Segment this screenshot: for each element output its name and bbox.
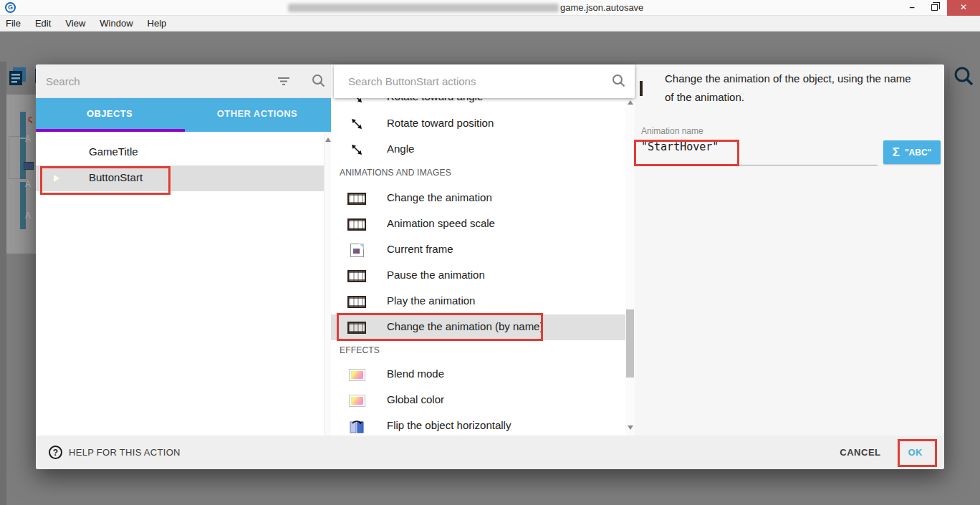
menu-help[interactable]: Help xyxy=(148,18,167,29)
film-strip-icon xyxy=(347,269,367,283)
event-letter: A xyxy=(25,179,31,189)
cancel-button[interactable]: CANCEL xyxy=(840,447,880,458)
action-label: Change the animation (by name) xyxy=(387,320,543,332)
object-search-input[interactable] xyxy=(46,72,261,90)
close-button[interactable]: ✕ xyxy=(947,0,980,16)
action-parameters-panel: Change the animation of the object, usin… xyxy=(635,64,944,436)
events-list-icon[interactable] xyxy=(6,65,28,87)
scroll-down-arrow-icon[interactable] xyxy=(628,425,633,430)
action-label: Global color xyxy=(387,393,444,405)
search-icon[interactable] xyxy=(612,74,625,90)
event-icon: ς xyxy=(28,113,33,124)
event-letter: A xyxy=(25,211,31,221)
action-row[interactable]: Current frame xyxy=(331,237,625,263)
film-strip-icon xyxy=(347,217,367,231)
action-label: Play the animation xyxy=(387,294,475,307)
gdevelop-window: G game.json.autosave – ✕ File Edit View … xyxy=(0,0,980,505)
search-icon[interactable] xyxy=(312,74,325,90)
action-label: Flip the object horizontally xyxy=(387,419,511,431)
tab-other-actions[interactable]: OTHER ACTIONS xyxy=(183,98,331,132)
help-label: HELP FOR THIS ACTION xyxy=(69,447,181,458)
action-label: Pause the animation xyxy=(387,269,485,281)
rainbow-icon xyxy=(347,367,367,382)
animation-name-input[interactable] xyxy=(641,140,870,153)
action-search-input[interactable] xyxy=(348,72,585,90)
action-row[interactable]: Angle xyxy=(331,137,625,163)
action-list: Rotate toward angle Rotate toward positi… xyxy=(331,85,626,436)
minimize-button[interactable]: – xyxy=(901,0,923,16)
window-title: game.json.autosave xyxy=(560,2,643,13)
menu-view[interactable]: View xyxy=(65,18,85,29)
redacted-title-text xyxy=(288,4,559,12)
action-editor-dialog: OBJECTS OTHER ACTIONS GameTitle ButtonSt… xyxy=(36,64,944,469)
film-strip-icon xyxy=(347,320,367,335)
scroll-up-arrow-icon[interactable] xyxy=(628,100,633,105)
action-label: Blend mode xyxy=(387,367,444,380)
events-sheet-background: ς A A A xyxy=(6,95,36,254)
event-letter: A xyxy=(25,134,31,144)
film-strip-icon xyxy=(347,294,367,309)
action-row[interactable]: Animation speed scale xyxy=(331,211,625,237)
rotate-arrow-icon xyxy=(347,143,367,157)
action-description: Change the animation of the object, usin… xyxy=(665,69,917,107)
menu-file[interactable]: File xyxy=(6,18,21,29)
film-strip-icon xyxy=(347,191,367,206)
event-object-chip xyxy=(24,162,34,170)
ok-button[interactable]: OK xyxy=(908,447,923,458)
filter-icon[interactable] xyxy=(277,76,290,89)
expression-editor-button[interactable]: Σ "ABC" xyxy=(883,140,941,164)
action-row[interactable]: Global color xyxy=(331,388,625,413)
rainbow-icon xyxy=(347,393,367,408)
object-row-buttonstart[interactable]: ButtonStart xyxy=(36,165,324,191)
action-list-scrollbar[interactable] xyxy=(625,85,635,436)
action-row[interactable]: Play the animation xyxy=(331,289,625,314)
action-label: Angle xyxy=(387,143,414,155)
gdevelop-logo-icon: G xyxy=(5,2,16,13)
action-label: Animation speed scale xyxy=(387,217,495,229)
action-list-panel: Rotate toward angle Rotate toward positi… xyxy=(331,64,635,436)
flip-icon xyxy=(347,419,367,433)
sigma-icon: Σ xyxy=(893,145,900,160)
left-panel-edge xyxy=(0,62,6,505)
frame-icon xyxy=(347,243,367,257)
action-row[interactable]: Pause the animation xyxy=(331,263,625,289)
search-icon[interactable] xyxy=(953,65,974,87)
action-source-tabs: OBJECTS OTHER ACTIONS xyxy=(36,98,331,132)
object-label: GameTitle xyxy=(89,145,138,158)
action-label: Rotate toward position xyxy=(387,117,494,129)
menu-bar: File Edit View Window Help xyxy=(0,16,980,32)
action-row[interactable]: Rotate toward position xyxy=(331,111,625,137)
action-label: Change the animation xyxy=(387,191,492,203)
expression-button-label: "ABC" xyxy=(905,148,931,158)
object-row-gametitle[interactable]: GameTitle xyxy=(36,140,324,165)
menu-edit[interactable]: Edit xyxy=(35,18,51,29)
action-row[interactable]: Blend mode xyxy=(331,362,625,388)
title-bar: G game.json.autosave – ✕ xyxy=(0,0,980,16)
scroll-up-arrow-icon[interactable] xyxy=(325,138,331,142)
action-row[interactable]: Change the animation xyxy=(331,186,625,211)
animation-name-field xyxy=(635,133,878,165)
restore-button[interactable] xyxy=(924,0,946,16)
action-search-bar xyxy=(334,64,635,98)
section-header: EFFECTS xyxy=(340,345,619,355)
object-list: GameTitle ButtonStart xyxy=(36,132,324,436)
action-row[interactable]: Flip the object horizontally xyxy=(331,413,625,436)
dialog-footer: ? HELP FOR THIS ACTION CANCEL OK xyxy=(36,436,944,469)
action-row-selected[interactable]: Change the animation (by name) xyxy=(331,314,625,340)
object-label: ButtonStart xyxy=(89,171,143,183)
tab-objects[interactable]: OBJECTS xyxy=(36,98,183,132)
scrollbar-thumb[interactable] xyxy=(626,309,634,377)
toolbar-separator xyxy=(948,67,948,89)
section-header: ANIMATIONS AND IMAGES xyxy=(340,168,619,178)
object-list-scrollbar[interactable] xyxy=(324,132,331,436)
action-label: Current frame xyxy=(387,243,453,255)
object-search-bar xyxy=(36,64,331,98)
film-strip-icon xyxy=(640,82,643,95)
help-button[interactable]: ? HELP FOR THIS ACTION xyxy=(49,446,181,459)
menu-window[interactable]: Window xyxy=(100,18,133,29)
help-icon: ? xyxy=(49,446,62,459)
event-bar xyxy=(20,139,26,179)
restore-icon xyxy=(931,4,938,11)
rotate-arrow-icon xyxy=(347,117,367,131)
